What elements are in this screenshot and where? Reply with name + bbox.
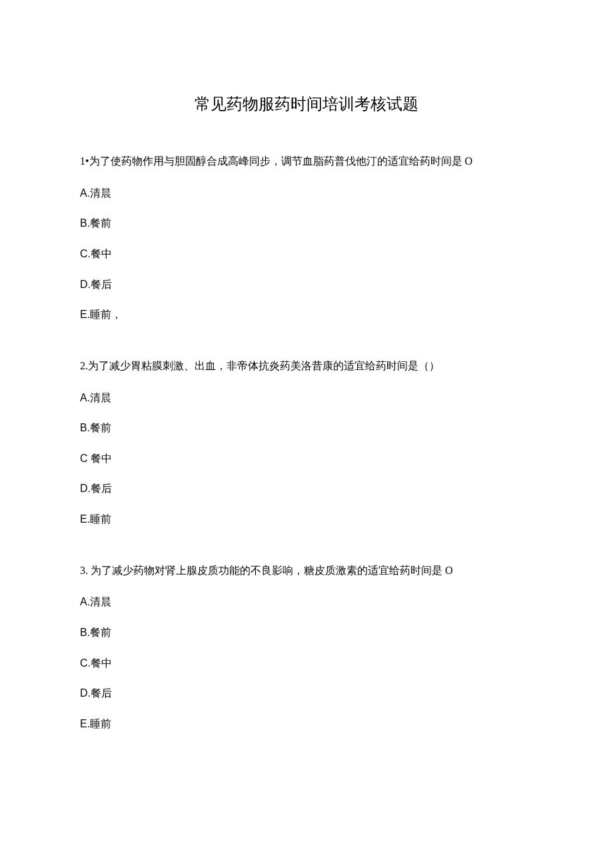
question-text: 1•为了使药物作用与胆固醇合成高峰同步，调节血脂药普伐他汀的适宜给药时间是 O [80,152,533,171]
option-text: 餐中 [91,453,112,464]
option-text: 睡前 [90,718,111,729]
option-letter: A. [80,392,90,403]
option-text: 清晨 [90,392,111,403]
option-letter: C. [80,248,91,259]
option-text: 睡前， [90,309,122,320]
question-block: 2.为了减少胃粘膜刺激、出血，非帝体抗炎药美洛昔康的适宜给药时间是（） A.清晨… [80,357,533,528]
option-text: 餐前 [90,217,111,229]
option-letter: E. [80,309,90,320]
option-c: C.餐中 [80,245,533,263]
option-letter: A. [80,187,90,199]
option-b: B.餐前 [80,419,533,437]
option-d: D.餐后 [80,685,533,702]
option-d: D.餐后 [80,276,533,293]
question-block: 1•为了使药物作用与胆固醇合成高峰同步，调节血脂药普伐他汀的适宜给药时间是 O … [80,152,533,323]
option-letter: B. [80,422,90,433]
option-text: 餐中 [91,248,112,259]
option-c: C.餐中 [80,655,533,672]
option-d: D.餐后 [80,480,533,497]
option-text: 餐后 [91,483,112,494]
option-text: 餐后 [91,279,112,290]
option-a: A.清晨 [80,185,533,202]
option-text: 清晨 [90,596,111,607]
option-text: 清晨 [90,187,111,199]
option-letter: C [80,453,91,464]
option-letter: D. [80,687,91,699]
option-letter: D. [80,483,91,494]
option-letter: E. [80,513,90,525]
option-letter: A. [80,596,90,607]
option-e: E.睡前， [80,306,533,323]
option-a: A.清晨 [80,593,533,611]
option-letter: C. [80,657,91,669]
option-e: E.睡前 [80,715,533,733]
page-title: 常见药物服药时间培训考核试题 [80,93,533,115]
option-b: B.餐前 [80,215,533,232]
option-letter: D. [80,279,91,290]
option-letter: B. [80,217,90,229]
option-letter: E. [80,718,90,729]
option-text: 餐前 [90,627,111,638]
option-text: 餐后 [91,687,112,699]
option-b: B.餐前 [80,624,533,641]
option-a: A.清晨 [80,389,533,407]
question-text: 3. 为了减少药物对肾上腺皮质功能的不良影响，糖皮质激素的适宜给药时间是 O [80,561,533,581]
option-text: 睡前 [90,513,111,525]
option-e: E.睡前 [80,511,533,528]
option-text: 餐中 [91,657,112,669]
question-text: 2.为了减少胃粘膜刺激、出血，非帝体抗炎药美洛昔康的适宜给药时间是（） [80,357,533,376]
option-text: 餐前 [90,422,111,433]
option-c: C 餐中 [80,450,533,467]
question-block: 3. 为了减少药物对肾上腺皮质功能的不良影响，糖皮质激素的适宜给药时间是 O A… [80,561,533,733]
option-letter: B. [80,627,90,638]
